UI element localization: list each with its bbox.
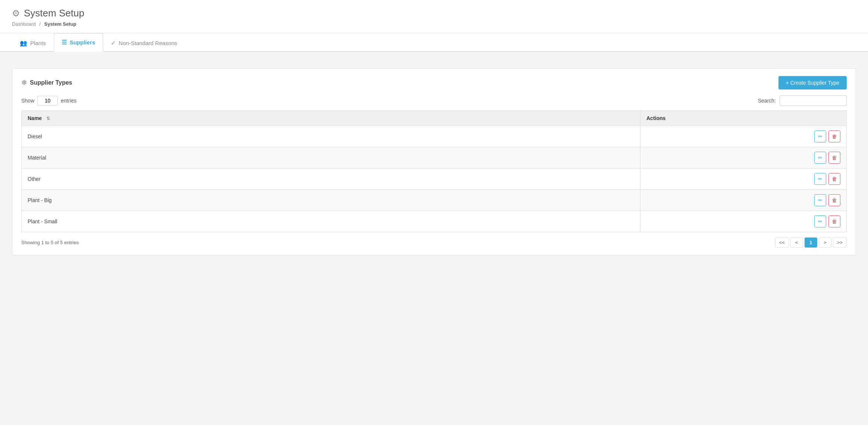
tab-plants[interactable]: 👥 Plants <box>12 34 54 52</box>
card-header: ❄ Supplier Types + Create Supplier Type <box>21 76 847 89</box>
pencil-icon: ✏ <box>818 197 822 203</box>
check-icon: ✓ <box>111 40 116 47</box>
pencil-icon: ✏ <box>818 155 822 161</box>
trash-icon: 🗑 <box>832 218 837 224</box>
search-box: Search: <box>758 95 847 106</box>
table-footer: Showing 1 to 5 of 5 entries << < 1 > >> <box>21 237 847 248</box>
table-header-row: Name ⇅ Actions <box>22 111 847 126</box>
table-row: Plant - Big✏🗑 <box>22 190 847 211</box>
edit-button[interactable]: ✏ <box>814 194 826 206</box>
cell-actions: ✏🗑 <box>640 190 847 211</box>
plants-icon: 👥 <box>20 40 27 47</box>
breadcrumb-current: System Setup <box>44 21 76 27</box>
showing-text: Showing 1 to 5 of 5 entries <box>21 240 79 245</box>
search-label: Search: <box>758 98 776 104</box>
cell-name: Diesel <box>22 126 640 147</box>
table-row: Other✏🗑 <box>22 169 847 190</box>
snowflake-icon: ❄ <box>21 79 27 87</box>
trash-icon: 🗑 <box>832 155 837 161</box>
delete-button[interactable]: 🗑 <box>828 215 840 227</box>
cell-name: Plant - Small <box>22 211 640 232</box>
gear-icon: ⚙ <box>12 8 20 19</box>
actions-cell: ✏🗑 <box>646 173 840 185</box>
table-row: Material✏🗑 <box>22 147 847 169</box>
breadcrumb-parent[interactable]: Dashboard <box>12 21 36 27</box>
col-actions: Actions <box>640 111 847 126</box>
pagination-current[interactable]: 1 <box>805 237 817 248</box>
pagination-last[interactable]: >> <box>833 237 847 248</box>
card-title: ❄ Supplier Types <box>21 79 72 87</box>
edit-button[interactable]: ✏ <box>814 152 826 164</box>
col-name: Name ⇅ <box>22 111 640 126</box>
main-content: ❄ Supplier Types + Create Supplier Type … <box>0 52 868 264</box>
table-row: Diesel✏🗑 <box>22 126 847 147</box>
tab-plants-label: Plants <box>30 40 46 46</box>
tab-non-standard-reasons[interactable]: ✓ Non-Standard Reasons <box>103 34 185 52</box>
entries-input[interactable] <box>37 96 58 106</box>
delete-button[interactable]: 🗑 <box>828 194 840 206</box>
sort-icon[interactable]: ⇅ <box>46 116 50 121</box>
table-body: Diesel✏🗑Material✏🗑Other✏🗑Plant - Big✏🗑Pl… <box>22 126 847 232</box>
pencil-icon: ✏ <box>818 218 822 224</box>
pencil-icon: ✏ <box>818 176 822 182</box>
table-row: Plant - Small✏🗑 <box>22 211 847 232</box>
table-controls: Show entries Search: <box>21 95 847 106</box>
tab-suppliers-label: Suppliers <box>70 39 95 45</box>
tab-non-standard-reasons-label: Non-Standard Reasons <box>119 40 177 46</box>
actions-cell: ✏🗑 <box>646 152 840 164</box>
search-input[interactable] <box>780 95 847 106</box>
cell-actions: ✏🗑 <box>640 169 847 190</box>
delete-button[interactable]: 🗑 <box>828 130 840 142</box>
page-header: ⚙ System Setup Dashboard / System Setup <box>0 0 868 33</box>
page-title: ⚙ System Setup <box>12 7 856 19</box>
create-supplier-type-button[interactable]: + Create Supplier Type <box>778 76 847 89</box>
edit-button[interactable]: ✏ <box>814 215 826 227</box>
tabs-container: 👥 Plants ☰ Suppliers ✓ Non-Standard Reas… <box>0 33 868 52</box>
pagination-first[interactable]: << <box>775 237 789 248</box>
edit-button[interactable]: ✏ <box>814 173 826 185</box>
trash-icon: 🗑 <box>832 133 837 139</box>
actions-cell: ✏🗑 <box>646 194 840 206</box>
cell-actions: ✏🗑 <box>640 126 847 147</box>
entries-label: entries <box>61 98 77 104</box>
tab-suppliers[interactable]: ☰ Suppliers <box>54 33 103 52</box>
suppliers-icon: ☰ <box>62 39 67 46</box>
trash-icon: 🗑 <box>832 176 837 182</box>
cell-actions: ✏🗑 <box>640 211 847 232</box>
show-entries: Show entries <box>21 96 77 106</box>
breadcrumb-separator: / <box>39 21 41 27</box>
pagination: << < 1 > >> <box>775 237 847 248</box>
supplier-types-table: Name ⇅ Actions Diesel✏🗑Material✏🗑Other✏🗑… <box>21 110 847 232</box>
trash-icon: 🗑 <box>832 197 837 203</box>
actions-cell: ✏🗑 <box>646 215 840 227</box>
pencil-icon: ✏ <box>818 133 822 139</box>
edit-button[interactable]: ✏ <box>814 130 826 142</box>
cell-name: Plant - Big <box>22 190 640 211</box>
cell-actions: ✏🗑 <box>640 147 847 169</box>
show-label: Show <box>21 98 34 104</box>
pagination-prev[interactable]: < <box>790 237 803 248</box>
breadcrumb: Dashboard / System Setup <box>12 21 856 27</box>
cell-name: Other <box>22 169 640 190</box>
actions-cell: ✏🗑 <box>646 130 840 142</box>
cell-name: Material <box>22 147 640 169</box>
pagination-next[interactable]: > <box>819 237 831 248</box>
delete-button[interactable]: 🗑 <box>828 173 840 185</box>
supplier-types-card: ❄ Supplier Types + Create Supplier Type … <box>12 68 856 255</box>
delete-button[interactable]: 🗑 <box>828 152 840 164</box>
